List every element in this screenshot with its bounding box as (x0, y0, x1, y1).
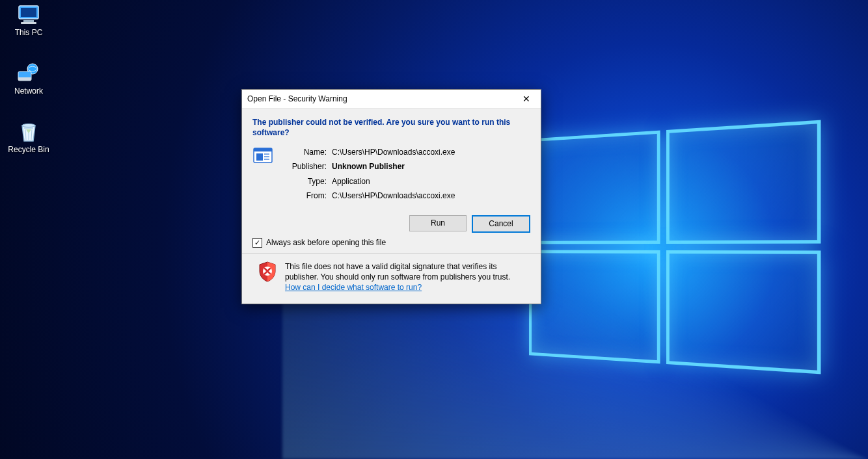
svg-rect-10 (256, 153, 263, 161)
svg-rect-11 (264, 153, 269, 155)
cancel-button[interactable]: Cancel (472, 215, 530, 233)
shield-error-icon (258, 261, 277, 281)
dialog-body: The publisher could not be verified. Are… (242, 109, 541, 304)
application-icon (252, 146, 273, 166)
wallpaper-windows-logo (529, 120, 828, 374)
field-value-type: Application (332, 176, 530, 187)
field-label-type: Type: (281, 176, 332, 187)
network-icon (16, 62, 42, 85)
dialog-buttons: Run Cancel (252, 215, 530, 233)
svg-rect-1 (21, 8, 36, 17)
file-fields: Name: C:\Users\HP\Downloads\accoxi.exe P… (281, 146, 530, 205)
svg-rect-2 (23, 20, 34, 22)
check-icon: ✓ (254, 239, 260, 246)
run-button-label: Run (431, 218, 445, 228)
field-value-publisher: Unknown Publisher (332, 161, 530, 172)
always-ask-row: ✓ Always ask before opening this file (252, 238, 530, 248)
desktop-icon-recycle-bin[interactable]: Recycle Bin (4, 121, 53, 164)
warning-text: This file does not have a valid digital … (285, 262, 510, 282)
desktop-icon-this-pc[interactable]: This PC (4, 4, 53, 47)
field-label-from: From: (281, 190, 332, 201)
desktop-icon-label: This PC (15, 29, 43, 37)
svg-rect-13 (264, 159, 269, 160)
field-label-name: Name: (281, 147, 332, 157)
always-ask-label: Always ask before opening this file (266, 238, 386, 247)
close-icon: ✕ (522, 94, 530, 104)
run-button[interactable]: Run (409, 215, 467, 231)
desktop-icon-label: Recycle Bin (8, 146, 49, 154)
this-pc-icon (16, 4, 42, 26)
svg-rect-9 (254, 148, 272, 151)
dialog-heading: The publisher could not be verified. Are… (252, 118, 530, 138)
desktop-icon-label: Network (14, 87, 43, 96)
dialog-titlebar[interactable]: Open File - Security Warning ✕ (242, 90, 541, 109)
desktop-icons: This PC Network (4, 4, 56, 179)
field-value-name: C:\Users\HP\Downloads\accoxi.exe (332, 147, 530, 157)
always-ask-checkbox[interactable]: ✓ (252, 238, 262, 248)
svg-rect-6 (18, 77, 31, 81)
warning-text-block: This file does not have a valid digital … (285, 261, 528, 293)
warning-section: This file does not have a valid digital … (252, 254, 530, 297)
desktop: This PC Network (0, 0, 868, 459)
recycle-bin-icon (16, 121, 42, 143)
help-link[interactable]: How can I decide what software to run? (285, 283, 422, 292)
svg-point-7 (22, 124, 35, 127)
field-value-from: C:\Users\HP\Downloads\accoxi.exe (332, 190, 530, 201)
svg-rect-12 (264, 156, 269, 157)
svg-rect-3 (21, 22, 36, 24)
file-info-row: Name: C:\Users\HP\Downloads\accoxi.exe P… (252, 146, 530, 205)
close-button[interactable]: ✕ (511, 90, 541, 108)
dialog-title: Open File - Security Warning (247, 94, 511, 103)
security-warning-dialog: Open File - Security Warning ✕ The publi… (241, 89, 541, 304)
field-label-publisher: Publisher: (281, 161, 332, 172)
desktop-icon-network[interactable]: Network (4, 62, 53, 105)
cancel-button-label: Cancel (489, 219, 513, 228)
